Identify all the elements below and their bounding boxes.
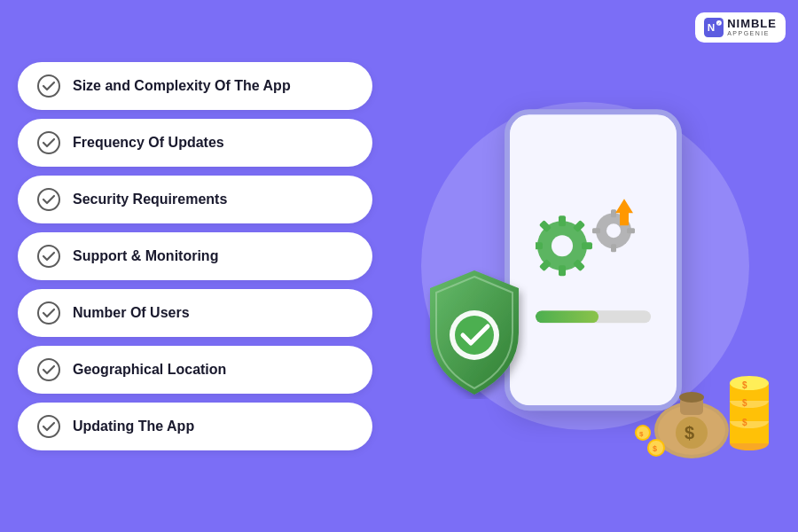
item-label-support-monitoring: Support & Monitoring (73, 248, 218, 264)
svg-point-10 (38, 416, 59, 437)
item-label-geographical-location: Geographical Location (73, 362, 226, 378)
svg-text:$: $ (685, 423, 694, 442)
svg-text:N: N (708, 21, 715, 33)
logo-appgenie-text: APPGENIE (727, 30, 777, 37)
check-icon (37, 301, 60, 325)
check-icon (37, 245, 60, 268)
svg-text:✓: ✓ (717, 21, 720, 26)
item-label-size-complexity: Size and Complexity Of The App (73, 78, 291, 94)
item-label-security-requirements: Security Requirements (73, 192, 227, 207)
svg-point-4 (38, 75, 59, 97)
svg-rect-13 (559, 215, 566, 226)
svg-point-12 (552, 235, 573, 256)
svg-rect-23 (611, 209, 616, 217)
svg-text:$: $ (742, 380, 747, 390)
check-icon (37, 358, 60, 381)
svg-point-36 (730, 376, 769, 390)
list-item-number-of-users: Number Of Users (18, 289, 372, 337)
svg-text:$: $ (742, 398, 747, 408)
item-label-frequency-updates: Frequency Of Updates (73, 135, 224, 151)
item-label-number-of-users: Number Of Users (73, 305, 190, 321)
money-svg: $ $ $ $ $ $ (630, 337, 780, 461)
check-icon (37, 74, 60, 98)
feature-list: Size and Complexity Of The AppFrequency … (18, 62, 372, 450)
money-illustration: $ $ $ $ $ $ (630, 337, 771, 452)
logo-icon: N ✓ (704, 18, 724, 37)
svg-rect-16 (536, 242, 543, 249)
check-icon (37, 415, 60, 438)
gears-svg (536, 197, 651, 294)
svg-text:$: $ (742, 418, 747, 427)
svg-point-8 (38, 302, 59, 324)
list-item-updating-the-app: Updating The App (18, 403, 372, 450)
logo-nimble-text: NIMBLE (727, 18, 777, 30)
svg-point-9 (38, 359, 59, 380)
svg-text:$: $ (639, 430, 644, 438)
list-item-geographical-location: Geographical Location (18, 346, 372, 394)
shield-svg (417, 266, 532, 399)
list-item-support-monitoring: Support & Monitoring (18, 232, 372, 280)
item-label-updating-the-app: Updating The App (73, 419, 194, 434)
shield-illustration (417, 266, 532, 399)
progress-bar-fill (536, 310, 599, 323)
svg-rect-15 (582, 242, 592, 249)
svg-point-43 (679, 392, 704, 403)
svg-point-5 (38, 132, 59, 153)
svg-point-22 (606, 223, 621, 238)
list-item-security-requirements: Security Requirements (18, 176, 372, 223)
svg-rect-26 (592, 228, 600, 233)
svg-rect-24 (611, 244, 616, 252)
progress-bar-container (536, 310, 651, 323)
illustration-area: $ $ $ $ $ $ (390, 35, 780, 497)
list-item-size-complexity: Size and Complexity Of The App (18, 62, 372, 110)
check-icon (37, 188, 60, 211)
logo-text: NIMBLE APPGENIE (727, 18, 777, 37)
svg-rect-25 (627, 228, 635, 233)
list-item-frequency-updates: Frequency Of Updates (18, 119, 372, 167)
svg-text:$: $ (653, 444, 657, 453)
svg-point-6 (38, 189, 59, 210)
check-icon (37, 131, 60, 154)
svg-point-7 (38, 246, 59, 267)
logo: N ✓ NIMBLE APPGENIE (695, 12, 786, 43)
svg-rect-14 (559, 265, 566, 276)
